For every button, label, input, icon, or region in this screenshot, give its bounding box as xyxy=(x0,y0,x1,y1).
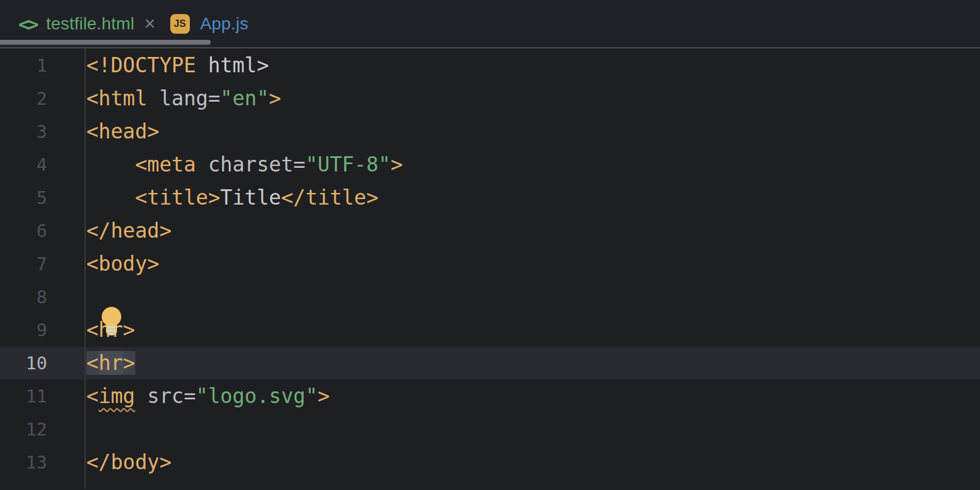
code-token: "UTF-8" xyxy=(306,153,391,176)
line-number[interactable]: 5 xyxy=(0,181,47,214)
code-token: <!DOCTYPE xyxy=(86,53,208,77)
gutter: 9 xyxy=(0,314,85,347)
code-token: <html xyxy=(86,86,159,110)
code-token: img xyxy=(99,384,135,408)
code-token: = xyxy=(184,384,196,408)
code-token: <meta xyxy=(135,153,208,176)
code-line[interactable]: 3<head> xyxy=(0,115,980,148)
code-token: </body> xyxy=(86,450,172,474)
code-line[interactable]: 2<html lang="en"> xyxy=(0,82,980,115)
code-line[interactable]: 5 <title>Title</title> xyxy=(0,181,980,214)
close-tab-icon[interactable]: × xyxy=(145,14,156,33)
editor-tab-bar: <> testfile.html × JS App.js xyxy=(0,0,980,48)
code-line-content: <head> xyxy=(86,115,159,148)
code-token: charset xyxy=(208,153,293,176)
line-number[interactable]: 4 xyxy=(0,148,47,181)
line-number[interactable]: 8 xyxy=(0,281,47,314)
code-lines: 1<!DOCTYPE html> 2<html lang="en"> 3<hea… xyxy=(0,48,980,479)
code-line[interactable]: 8 xyxy=(0,281,980,314)
code-token: Title xyxy=(221,186,281,209)
code-line[interactable]: 1<!DOCTYPE html> xyxy=(0,49,980,82)
code-line-content: <body> xyxy=(86,247,159,281)
gutter: 4 xyxy=(0,148,85,181)
code-line[interactable]: 6</head> xyxy=(0,214,980,247)
gutter: 2 xyxy=(0,82,85,115)
code-line[interactable]: 12 xyxy=(0,413,980,446)
gutter: 12 xyxy=(0,413,85,446)
code-token: "logo.svg" xyxy=(196,384,318,408)
active-tab-indicator xyxy=(0,40,211,45)
intention-lightbulb-icon[interactable] xyxy=(100,306,123,338)
code-token: = xyxy=(208,86,221,110)
code-token: lang xyxy=(159,86,208,110)
line-number[interactable]: 6 xyxy=(0,214,47,247)
gutter: 5 xyxy=(0,181,85,214)
code-token xyxy=(135,384,147,408)
line-number[interactable]: 12 xyxy=(0,413,47,446)
code-line[interactable]: 4 <meta charset="UTF-8"> xyxy=(0,148,980,181)
tab-label: testfile.html xyxy=(46,14,134,34)
code-token: <body> xyxy=(86,252,159,276)
gutter: 3 xyxy=(0,115,85,148)
code-line-content: <meta charset="UTF-8"> xyxy=(86,148,403,181)
line-number[interactable]: 9 xyxy=(0,314,47,347)
code-line[interactable]: 7<body> xyxy=(0,247,980,281)
code-token: <head> xyxy=(86,119,159,143)
gutter: 6 xyxy=(0,214,85,247)
code-token: > xyxy=(123,351,135,375)
code-token: <title> xyxy=(135,186,220,209)
code-token: > xyxy=(269,86,281,110)
code-token: src xyxy=(147,384,184,408)
html-file-icon: <> xyxy=(18,13,36,35)
code-token: < xyxy=(86,384,99,408)
gutter: 10 xyxy=(0,347,85,380)
code-line[interactable]: 9<hr> xyxy=(0,314,980,347)
gutter: 11 xyxy=(0,380,85,413)
gutter-separator xyxy=(85,48,86,489)
code-line-content: </body> xyxy=(86,446,172,479)
code-line-content: <title>Title</title> xyxy=(86,181,379,214)
code-token: hr xyxy=(99,351,123,375)
code-line[interactable]: 11<img src="logo.svg"> xyxy=(0,380,980,413)
gutter: 7 xyxy=(0,247,85,281)
javascript-file-icon: JS xyxy=(170,14,190,34)
code-token: html> xyxy=(208,53,269,77)
line-number[interactable]: 2 xyxy=(0,82,47,115)
code-token: </head> xyxy=(86,219,172,243)
code-token: > xyxy=(318,384,330,408)
code-editor[interactable]: 1<!DOCTYPE html> 2<html lang="en"> 3<hea… xyxy=(0,48,980,489)
gutter: 13 xyxy=(0,446,85,479)
code-token: > xyxy=(391,153,403,176)
code-line[interactable]: 10<hr> xyxy=(0,347,980,380)
code-token: < xyxy=(86,351,99,375)
line-number[interactable]: 7 xyxy=(0,247,47,281)
code-line-content: <img src="logo.svg"> xyxy=(86,380,330,413)
line-number[interactable]: 3 xyxy=(0,115,47,148)
code-line[interactable]: 13</body> xyxy=(0,446,980,479)
code-line-content: </head> xyxy=(86,214,172,247)
tab-label: App.js xyxy=(200,14,249,34)
code-token: "en" xyxy=(221,86,269,110)
code-line-content: <!DOCTYPE html> xyxy=(86,49,269,82)
line-number[interactable]: 1 xyxy=(0,49,47,82)
code-token: = xyxy=(293,153,306,176)
code-token xyxy=(86,186,135,209)
gutter: 8 xyxy=(0,281,85,314)
line-number[interactable]: 11 xyxy=(0,380,47,413)
line-number[interactable]: 13 xyxy=(0,446,47,479)
code-line-content: <hr> xyxy=(86,347,135,380)
code-token xyxy=(86,153,135,176)
code-line-content: <html lang="en"> xyxy=(86,82,281,115)
gutter: 1 xyxy=(0,49,85,82)
code-token: </title> xyxy=(281,186,379,209)
line-number[interactable]: 10 xyxy=(0,347,47,380)
